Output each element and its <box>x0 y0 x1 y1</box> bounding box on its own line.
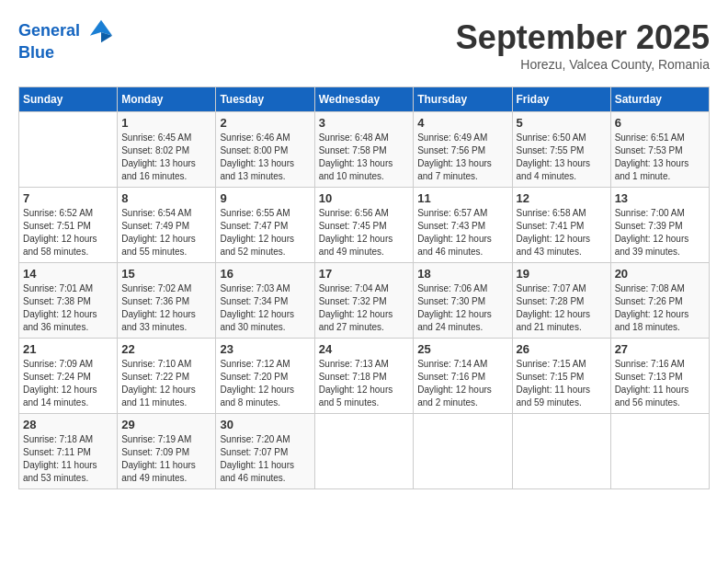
day-detail: Sunrise: 7:08 AM Sunset: 7:26 PM Dayligh… <box>615 282 705 334</box>
day-number: 24 <box>319 342 410 356</box>
day-cell: 16Sunrise: 7:03 AM Sunset: 7:34 PM Dayli… <box>216 263 314 339</box>
week-row-5: 28Sunrise: 7:18 AM Sunset: 7:11 PM Dayli… <box>19 414 710 489</box>
day-cell: 19Sunrise: 7:07 AM Sunset: 7:28 PM Dayli… <box>512 263 610 339</box>
day-number: 4 <box>417 116 507 130</box>
day-number: 21 <box>23 342 113 356</box>
day-number: 10 <box>319 191 410 205</box>
day-cell: 8Sunrise: 6:54 AM Sunset: 7:49 PM Daylig… <box>118 188 216 263</box>
day-detail: Sunrise: 6:46 AM Sunset: 8:00 PM Dayligh… <box>220 132 310 183</box>
week-row-2: 7Sunrise: 6:52 AM Sunset: 7:51 PM Daylig… <box>19 188 710 263</box>
day-cell: 12Sunrise: 6:58 AM Sunset: 7:41 PM Dayli… <box>512 188 610 263</box>
weekday-header-saturday: Saturday <box>610 87 709 112</box>
week-row-3: 14Sunrise: 7:01 AM Sunset: 7:38 PM Dayli… <box>19 263 710 339</box>
day-cell: 20Sunrise: 7:08 AM Sunset: 7:26 PM Dayli… <box>610 263 709 339</box>
day-detail: Sunrise: 7:13 AM Sunset: 7:18 PM Dayligh… <box>319 358 410 409</box>
day-cell: 13Sunrise: 7:00 AM Sunset: 7:39 PM Dayli… <box>610 188 709 263</box>
weekday-header-thursday: Thursday <box>414 87 512 112</box>
day-cell: 23Sunrise: 7:12 AM Sunset: 7:20 PM Dayli… <box>216 339 314 414</box>
day-cell: 27Sunrise: 7:16 AM Sunset: 7:13 PM Dayli… <box>610 339 709 414</box>
day-detail: Sunrise: 7:03 AM Sunset: 7:34 PM Dayligh… <box>220 282 310 334</box>
day-detail: Sunrise: 7:15 AM Sunset: 7:15 PM Dayligh… <box>517 358 607 409</box>
day-number: 19 <box>517 267 607 281</box>
day-number: 20 <box>615 267 705 281</box>
day-number: 27 <box>615 342 705 356</box>
day-number: 8 <box>121 191 211 205</box>
day-detail: Sunrise: 7:09 AM Sunset: 7:24 PM Dayligh… <box>23 358 113 409</box>
day-detail: Sunrise: 6:56 AM Sunset: 7:45 PM Dayligh… <box>319 207 410 259</box>
week-row-1: 1Sunrise: 6:45 AM Sunset: 8:02 PM Daylig… <box>19 112 710 188</box>
day-detail: Sunrise: 6:57 AM Sunset: 7:43 PM Dayligh… <box>417 207 507 259</box>
day-detail: Sunrise: 7:02 AM Sunset: 7:36 PM Dayligh… <box>121 282 211 334</box>
day-cell <box>610 414 709 489</box>
day-number: 1 <box>121 116 211 130</box>
day-cell <box>314 414 414 489</box>
day-cell <box>19 112 118 188</box>
day-cell: 21Sunrise: 7:09 AM Sunset: 7:24 PM Dayli… <box>19 339 118 414</box>
day-detail: Sunrise: 7:18 AM Sunset: 7:11 PM Dayligh… <box>23 433 113 485</box>
day-number: 14 <box>23 267 113 281</box>
day-cell: 7Sunrise: 6:52 AM Sunset: 7:51 PM Daylig… <box>19 188 118 263</box>
day-detail: Sunrise: 6:54 AM Sunset: 7:49 PM Dayligh… <box>121 207 211 259</box>
day-detail: Sunrise: 6:45 AM Sunset: 8:02 PM Dayligh… <box>121 132 211 183</box>
day-detail: Sunrise: 7:00 AM Sunset: 7:39 PM Dayligh… <box>615 207 705 259</box>
weekday-header-monday: Monday <box>118 87 216 112</box>
weekday-header-tuesday: Tuesday <box>216 87 314 112</box>
month-title: September 2025 <box>456 18 710 57</box>
day-number: 25 <box>417 342 507 356</box>
day-detail: Sunrise: 6:48 AM Sunset: 7:58 PM Dayligh… <box>319 132 410 183</box>
day-number: 15 <box>121 267 211 281</box>
day-cell: 22Sunrise: 7:10 AM Sunset: 7:22 PM Dayli… <box>118 339 216 414</box>
day-number: 13 <box>615 191 705 205</box>
day-detail: Sunrise: 7:19 AM Sunset: 7:09 PM Dayligh… <box>121 433 211 485</box>
day-number: 5 <box>517 116 607 130</box>
weekday-header-row: SundayMondayTuesdayWednesdayThursdayFrid… <box>19 87 710 112</box>
day-cell: 26Sunrise: 7:15 AM Sunset: 7:15 PM Dayli… <box>512 339 610 414</box>
day-number: 7 <box>23 191 113 205</box>
day-detail: Sunrise: 6:51 AM Sunset: 7:53 PM Dayligh… <box>615 132 705 183</box>
day-number: 26 <box>517 342 607 356</box>
week-row-4: 21Sunrise: 7:09 AM Sunset: 7:24 PM Dayli… <box>19 339 710 414</box>
day-number: 3 <box>319 116 410 130</box>
day-detail: Sunrise: 7:20 AM Sunset: 7:07 PM Dayligh… <box>220 433 310 485</box>
day-number: 2 <box>220 116 310 130</box>
day-cell: 2Sunrise: 6:46 AM Sunset: 8:00 PM Daylig… <box>216 112 314 188</box>
day-number: 16 <box>220 267 310 281</box>
day-detail: Sunrise: 7:16 AM Sunset: 7:13 PM Dayligh… <box>615 358 705 409</box>
day-detail: Sunrise: 7:06 AM Sunset: 7:30 PM Dayligh… <box>417 282 507 334</box>
day-cell: 9Sunrise: 6:55 AM Sunset: 7:47 PM Daylig… <box>216 188 314 263</box>
day-cell <box>512 414 610 489</box>
weekday-header-wednesday: Wednesday <box>314 87 414 112</box>
day-cell: 1Sunrise: 6:45 AM Sunset: 8:02 PM Daylig… <box>118 112 216 188</box>
day-cell: 30Sunrise: 7:20 AM Sunset: 7:07 PM Dayli… <box>216 414 314 489</box>
day-number: 23 <box>220 342 310 356</box>
day-detail: Sunrise: 7:01 AM Sunset: 7:38 PM Dayligh… <box>23 282 113 334</box>
location-subtitle: Horezu, Valcea County, Romania <box>456 57 710 72</box>
day-number: 28 <box>23 418 113 431</box>
day-cell: 5Sunrise: 6:50 AM Sunset: 7:55 PM Daylig… <box>512 112 610 188</box>
day-cell: 18Sunrise: 7:06 AM Sunset: 7:30 PM Dayli… <box>414 263 512 339</box>
day-detail: Sunrise: 7:07 AM Sunset: 7:28 PM Dayligh… <box>517 282 607 334</box>
day-detail: Sunrise: 7:12 AM Sunset: 7:20 PM Dayligh… <box>220 358 310 409</box>
day-cell: 17Sunrise: 7:04 AM Sunset: 7:32 PM Dayli… <box>314 263 414 339</box>
day-detail: Sunrise: 7:14 AM Sunset: 7:16 PM Dayligh… <box>417 358 507 409</box>
day-detail: Sunrise: 6:50 AM Sunset: 7:55 PM Dayligh… <box>517 132 607 183</box>
day-cell: 10Sunrise: 6:56 AM Sunset: 7:45 PM Dayli… <box>314 188 414 263</box>
weekday-header-sunday: Sunday <box>19 87 118 112</box>
weekday-header-friday: Friday <box>512 87 610 112</box>
day-cell <box>414 414 512 489</box>
calendar-table: SundayMondayTuesdayWednesdayThursdayFrid… <box>18 86 710 489</box>
day-detail: Sunrise: 7:10 AM Sunset: 7:22 PM Dayligh… <box>121 358 211 409</box>
day-cell: 14Sunrise: 7:01 AM Sunset: 7:38 PM Dayli… <box>19 263 118 339</box>
logo-text: General <box>18 18 114 44</box>
day-cell: 28Sunrise: 7:18 AM Sunset: 7:11 PM Dayli… <box>19 414 118 489</box>
day-number: 6 <box>615 116 705 130</box>
day-number: 22 <box>121 342 211 356</box>
day-number: 9 <box>220 191 310 205</box>
day-detail: Sunrise: 7:04 AM Sunset: 7:32 PM Dayligh… <box>319 282 410 334</box>
day-cell: 6Sunrise: 6:51 AM Sunset: 7:53 PM Daylig… <box>610 112 709 188</box>
day-number: 11 <box>417 191 507 205</box>
day-detail: Sunrise: 6:52 AM Sunset: 7:51 PM Dayligh… <box>23 207 113 259</box>
day-detail: Sunrise: 6:49 AM Sunset: 7:56 PM Dayligh… <box>417 132 507 183</box>
logo-icon <box>88 18 114 44</box>
logo-text2: Blue <box>18 44 114 63</box>
